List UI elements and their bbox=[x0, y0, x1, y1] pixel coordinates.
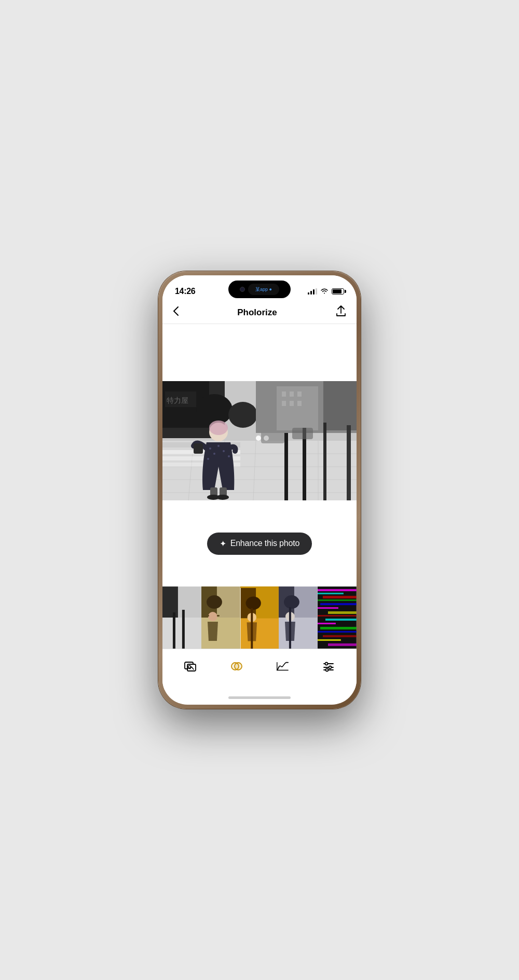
share-button[interactable] bbox=[334, 303, 348, 321]
svg-rect-80 bbox=[320, 603, 357, 605]
svg-rect-88 bbox=[323, 635, 357, 637]
svg-rect-85 bbox=[318, 623, 336, 624]
svg-rect-48 bbox=[292, 428, 313, 439]
svg-rect-53 bbox=[162, 618, 201, 649]
svg-rect-77 bbox=[318, 593, 344, 594]
svg-point-35 bbox=[217, 445, 220, 447]
home-bar bbox=[228, 696, 291, 699]
svg-rect-79 bbox=[318, 599, 357, 601]
svg-point-33 bbox=[213, 453, 215, 455]
svg-point-102 bbox=[329, 666, 331, 668]
svg-rect-89 bbox=[318, 639, 341, 641]
svg-rect-76 bbox=[318, 589, 357, 591]
app-header: Pholorize bbox=[162, 301, 357, 324]
svg-rect-14 bbox=[290, 401, 294, 406]
svg-point-103 bbox=[325, 668, 328, 671]
svg-rect-43 bbox=[284, 433, 288, 500]
svg-point-59 bbox=[207, 595, 222, 609]
svg-rect-15 bbox=[297, 401, 302, 406]
status-time: 14:26 bbox=[175, 287, 195, 296]
thumbnail-1[interactable] bbox=[162, 586, 201, 649]
tab-gallery[interactable] bbox=[175, 655, 206, 677]
phone-frame: 14:26 某app ● bbox=[158, 271, 361, 709]
home-indicator bbox=[162, 690, 357, 705]
tab-curves[interactable] bbox=[267, 655, 297, 677]
di-pill: 某app ● bbox=[248, 284, 279, 295]
dynamic-island: 某app ● bbox=[228, 281, 291, 298]
di-app-text: 某app ● bbox=[255, 286, 272, 293]
thumbnail-2[interactable] bbox=[201, 586, 240, 649]
svg-point-6 bbox=[228, 402, 257, 428]
svg-point-36 bbox=[223, 450, 225, 452]
svg-point-37 bbox=[228, 455, 230, 457]
curves-icon bbox=[276, 660, 289, 673]
thumbnail-strip bbox=[162, 586, 357, 649]
svg-point-34 bbox=[207, 458, 209, 460]
svg-rect-84 bbox=[325, 619, 357, 621]
thumbnail-3-selected[interactable] bbox=[240, 586, 279, 649]
svg-rect-45 bbox=[323, 423, 326, 500]
enhance-area: ✦ Enhance this photo bbox=[162, 500, 357, 586]
enhance-button[interactable]: ✦ Enhance this photo bbox=[207, 533, 312, 555]
camera-dot bbox=[240, 287, 245, 292]
svg-point-49 bbox=[256, 436, 261, 441]
gallery-icon bbox=[184, 660, 197, 673]
sliders-icon bbox=[322, 660, 335, 673]
svg-rect-61 bbox=[207, 615, 209, 617]
back-button[interactable] bbox=[171, 304, 181, 320]
svg-rect-11 bbox=[290, 391, 294, 397]
app-title: Pholorize bbox=[237, 307, 277, 318]
svg-rect-65 bbox=[240, 619, 278, 649]
svg-rect-12 bbox=[297, 391, 302, 397]
svg-rect-55 bbox=[182, 610, 185, 649]
main-photo: 特力屋 bbox=[162, 381, 357, 500]
svg-rect-9 bbox=[323, 381, 357, 430]
thumbnail-5[interactable] bbox=[318, 586, 357, 649]
svg-rect-87 bbox=[318, 631, 357, 633]
blend-icon bbox=[230, 660, 243, 673]
svg-point-32 bbox=[209, 447, 211, 450]
svg-rect-81 bbox=[318, 607, 338, 609]
svg-rect-10 bbox=[282, 391, 286, 397]
tab-bar bbox=[162, 649, 357, 690]
svg-rect-54 bbox=[173, 612, 175, 649]
enhance-label: Enhance this photo bbox=[230, 539, 299, 548]
status-bar: 14:26 某app ● bbox=[162, 275, 357, 301]
svg-rect-16 bbox=[162, 441, 357, 500]
enhance-icon: ✦ bbox=[220, 539, 226, 549]
svg-point-101 bbox=[325, 662, 327, 665]
svg-rect-68 bbox=[251, 608, 253, 649]
svg-point-42 bbox=[216, 495, 229, 500]
svg-rect-78 bbox=[323, 596, 357, 598]
svg-rect-38 bbox=[194, 443, 203, 454]
svg-rect-62 bbox=[217, 615, 220, 617]
svg-rect-90 bbox=[328, 643, 357, 646]
thumbnail-4[interactable] bbox=[279, 586, 318, 649]
svg-point-5 bbox=[196, 394, 233, 425]
svg-rect-13 bbox=[282, 401, 286, 406]
svg-rect-83 bbox=[318, 615, 357, 617]
svg-text:特力屋: 特力屋 bbox=[167, 397, 188, 404]
tab-settings[interactable] bbox=[313, 655, 344, 677]
signal-icon bbox=[308, 288, 317, 295]
status-icons bbox=[308, 288, 344, 296]
svg-point-60 bbox=[208, 612, 217, 621]
street-photo-svg: 特力屋 bbox=[162, 381, 357, 500]
svg-point-72 bbox=[284, 595, 299, 609]
svg-rect-71 bbox=[279, 618, 318, 649]
photo-container[interactable]: 特力屋 bbox=[162, 381, 357, 500]
svg-rect-58 bbox=[201, 618, 240, 649]
tab-blend[interactable] bbox=[222, 655, 252, 677]
svg-point-50 bbox=[264, 436, 269, 441]
svg-rect-86 bbox=[320, 627, 357, 629]
svg-point-66 bbox=[245, 597, 261, 610]
svg-rect-82 bbox=[328, 611, 357, 614]
svg-rect-52 bbox=[162, 586, 178, 618]
svg-rect-46 bbox=[347, 425, 351, 500]
svg-point-31 bbox=[209, 421, 228, 435]
top-space bbox=[162, 324, 357, 381]
svg-point-95 bbox=[235, 663, 242, 670]
content-area: 特力屋 bbox=[162, 324, 357, 649]
wifi-icon bbox=[320, 288, 329, 296]
battery-icon bbox=[332, 288, 344, 295]
